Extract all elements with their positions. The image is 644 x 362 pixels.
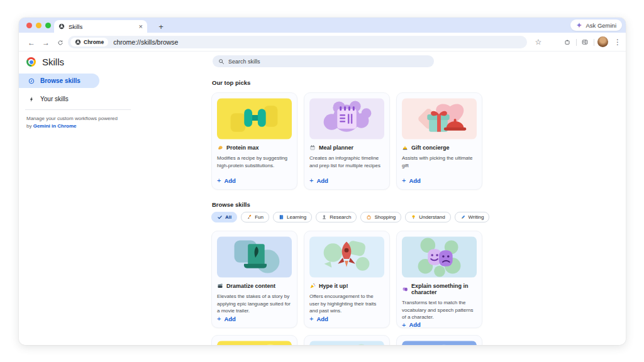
gemini-in-chrome-link[interactable]: Gemini in Chrome [33,123,77,129]
search-bar[interactable] [213,55,434,67]
plus-icon: + [217,315,221,322]
hype-it-up-illustration [309,236,384,278]
skill-card-partial[interactable] [396,335,482,345]
clapper-icon [217,283,223,289]
section-heading-browse: Browse skills [212,201,250,208]
app-header: Skills [26,57,64,67]
search-icon [218,58,225,65]
bookmark-star-icon[interactable]: ☆ [533,37,543,47]
skill-card-meal-planner[interactable]: Meal planner Creates an infographic time… [304,92,390,190]
protein-max-illustration [217,98,292,140]
chip-label: Research [330,214,351,220]
filter-chip-learning[interactable]: Learning [273,212,312,222]
address-bar[interactable]: Chrome chrome://skills/browse [68,36,527,48]
add-skill-button[interactable]: +Add [309,315,384,322]
page-content: Skills Browse skills Your skills Manage … [19,52,626,345]
filter-chip-fun[interactable]: Fun [241,212,269,222]
close-tab-icon[interactable]: × [139,23,143,30]
page-title: Skills [42,57,64,67]
meal-planner-illustration [309,98,384,140]
add-label: Add [224,177,235,184]
skill-title: Protein max [226,145,259,151]
browser-tab-skills[interactable]: Skills × [54,20,147,33]
skill-card-gift-concierge[interactable]: Gift concierge Assists with picking the … [396,92,482,190]
filter-chip-understand[interactable]: Understand [405,212,450,222]
filter-chip-all[interactable]: All [211,212,237,222]
bell-icon [402,145,408,151]
add-label: Add [316,315,328,322]
plus-icon: + [309,315,313,322]
gift-concierge-illustration [402,98,477,140]
sidebar-divider [25,109,131,110]
chip-label: Fun [255,214,264,220]
filter-chip-research[interactable]: Research [316,212,357,222]
lightbulb-icon [411,214,416,220]
shopping-bag-icon [366,214,372,220]
extensions-icon[interactable] [562,37,572,47]
reload-button[interactable] [55,38,65,48]
partial-illustration-blue [402,341,477,345]
ask-gemini-button[interactable]: Ask Gemini [570,19,622,31]
calendar-icon [309,145,316,151]
filter-chip-shopping[interactable]: Shopping [360,212,401,222]
sidebar-footnote: Manage your custom workflows powered by … [26,115,122,131]
close-window-button[interactable] [26,23,32,28]
skill-card-protein-max[interactable]: Protein max Modifies a recipe by suggest… [211,92,297,190]
add-label: Add [409,321,420,328]
partial-illustration-lightblue [309,341,384,345]
skill-card-explain-in-character[interactable]: Explain something in character Transform… [396,231,482,328]
add-label: Add [316,177,328,184]
maximize-window-button[interactable] [45,23,51,28]
explain-in-character-illustration [402,236,477,278]
skill-card-partial[interactable] [304,335,390,345]
book-icon [279,214,284,220]
bicep-icon [217,145,223,151]
sidebar-item-label: Browse skills [40,77,80,84]
tab-favicon-icon [58,23,65,30]
tab-title: Skills [69,23,135,30]
add-label: Add [409,177,420,184]
toolbar-divider [594,39,594,46]
side-panel-glyph-icon [582,39,588,45]
section-heading-top-picks: Our top picks [212,79,250,86]
chrome-site-chip[interactable]: Chrome [70,38,108,47]
filter-chips: All Fun Learning Research Shopping Under… [211,212,489,222]
skill-title: Dramatize content [226,283,275,289]
compass-icon [28,78,35,84]
add-skill-button[interactable]: +Add [402,321,477,329]
skill-card-partial[interactable] [211,335,297,345]
side-panel-search-icon[interactable] [580,37,590,47]
add-skill-button[interactable]: +Add [217,315,292,322]
chrome-mono-icon [75,39,81,45]
search-input[interactable] [228,58,428,65]
skill-description: Transforms text to match the vocabulary … [402,299,477,321]
skill-title: Explain something in character [411,283,477,295]
minimize-window-button[interactable] [36,23,42,28]
skill-description: Offers encouragement to the user by high… [309,293,384,315]
chrome-chip-label: Chrome [84,39,104,45]
browse-skills-row: Dramatize content Elevates the stakes of… [211,231,482,328]
sidebar-item-label: Your skills [40,96,69,102]
profile-avatar[interactable] [597,36,608,47]
chip-label: Writing [469,214,484,220]
add-skill-button[interactable]: +Add [402,177,477,184]
sidebar-item-browse-skills[interactable]: Browse skills [19,74,99,88]
new-tab-button[interactable]: + [155,20,167,33]
forward-button[interactable]: → [41,38,51,48]
chip-label: All [225,214,231,220]
back-button[interactable]: ← [26,38,36,48]
skill-card-hype-it-up[interactable]: Hype it up! Offers encouragement to the … [304,231,390,328]
check-icon [217,214,223,220]
skill-title: Gift concierge [411,145,450,151]
add-skill-button[interactable]: +Add [217,177,292,184]
browser-menu-icon[interactable]: ⋮ [613,37,623,47]
partial-card-row [211,335,482,345]
skill-card-dramatize-content[interactable]: Dramatize content Elevates the stakes of… [211,231,297,328]
add-skill-button[interactable]: +Add [309,177,384,184]
skill-description: Assists with picking the ultimate gift [402,155,477,169]
sidebar-item-your-skills[interactable]: Your skills [19,92,99,106]
gemini-icon [576,22,582,28]
filter-chip-writing[interactable]: Writing [455,212,490,222]
tab-strip: Skills × + Ask Gemini [19,18,626,33]
theater-masks-icon [402,286,408,292]
